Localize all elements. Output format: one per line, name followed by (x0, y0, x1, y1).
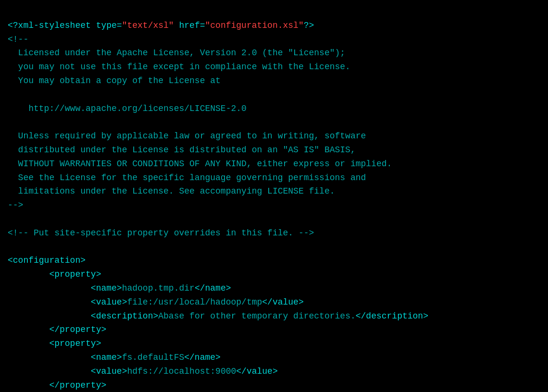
line-18-end: </description> (356, 311, 428, 321)
line-16-text: hadoop.tmp.dir (122, 283, 195, 293)
line-4: you may not use this file except in comp… (8, 62, 350, 72)
line-15: <property> (8, 270, 101, 279)
line-7: Unless required by applicable law or agr… (8, 131, 366, 141)
line-9: WITHOUT WARRANTIES OR CONDITIONS OF ANY … (8, 159, 392, 169)
line-17-end: </value> (262, 297, 303, 307)
code-viewer: <?xml-stylesheet type="text/xsl" href="c… (8, 5, 540, 392)
line-10: See the License for the specific languag… (8, 173, 366, 183)
line-3: Licensed under the Apache License, Versi… (8, 48, 345, 58)
line-1-attr: href= (174, 21, 205, 30)
line-12: --> (8, 200, 23, 210)
line-6: http://www.apache.org/licenses/LICENSE-2… (8, 104, 247, 113)
line-5: You may obtain a copy of the License at (8, 76, 221, 86)
line-20: <property> (8, 339, 101, 348)
line-14: <configuration> (8, 256, 86, 265)
line-13: <!-- Put site-specific property override… (8, 228, 314, 238)
line-21-text: fs.defaultFS (122, 353, 185, 362)
line-18: <description> (8, 311, 158, 321)
line-11: limitations under the License. See accom… (8, 186, 335, 196)
line-8: distributed under the License is distrib… (8, 145, 356, 155)
line-22-text: hdfs://localhost:9000 (127, 367, 236, 376)
line-23: </property> (8, 380, 106, 390)
line-19: </property> (8, 325, 106, 334)
line-1: <?xml-stylesheet type= (8, 21, 122, 30)
line-1-attr-val2: "configuration.xsl" (205, 21, 303, 30)
line-21: <name> (8, 353, 122, 362)
line-17: <value> (8, 297, 127, 307)
line-16: <name> (8, 283, 122, 293)
line-18-text: Abase for other temporary directories. (158, 311, 355, 321)
line-21-end: </name> (184, 353, 221, 362)
line-22: <value> (8, 367, 127, 376)
line-1-attr-val1: "text/xsl" (122, 21, 174, 30)
line-22-end: </value> (236, 367, 277, 376)
line-16-end: </name> (195, 283, 231, 293)
line-2: <!-- (8, 35, 28, 44)
line-17-text: file:/usr/local/hadoop/tmp (127, 297, 262, 307)
line-1-end: ?> (304, 21, 314, 30)
